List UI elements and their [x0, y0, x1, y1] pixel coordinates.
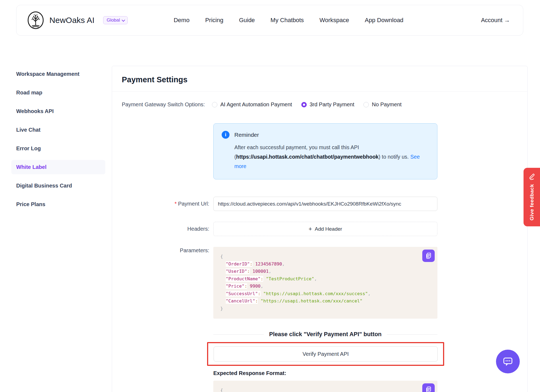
region-selector[interactable]: Global: [103, 16, 128, 24]
copy-button[interactable]: [422, 250, 435, 262]
sidebar-item[interactable]: Digital Business Card: [11, 179, 105, 193]
code-line: "SuccessUrl": "https://usapi.hottask.com…: [220, 290, 430, 298]
nav-item[interactable]: Pricing: [205, 17, 223, 24]
sidebar-item[interactable]: Price Plans: [11, 197, 105, 212]
nav-item[interactable]: My Chatbots: [271, 17, 304, 24]
give-feedback-tab[interactable]: Give feedback: [524, 168, 540, 226]
chat-widget-button[interactable]: [496, 350, 520, 373]
headers-label: Headers:: [112, 226, 213, 232]
page-title: Payment Settings: [122, 75, 518, 84]
chevron-down-icon: [122, 18, 125, 22]
sidebar-item[interactable]: Live Chat: [11, 123, 105, 137]
chat-bubble-icon: [502, 355, 514, 368]
add-header-label: Add Header: [315, 226, 342, 232]
radio-icon[interactable]: [363, 102, 369, 107]
payment-url-input[interactable]: [213, 197, 437, 211]
copy-icon: [425, 252, 432, 259]
copy-button[interactable]: [422, 383, 435, 392]
nav-item[interactable]: Workspace: [319, 17, 349, 24]
payment-url-row: *Payment Url:: [112, 197, 527, 211]
sidebar-item[interactable]: Webhooks API: [11, 104, 105, 118]
radio-icon[interactable]: [301, 102, 307, 107]
radio-label: 3rd Party Payment: [310, 101, 355, 108]
sidebar-item[interactable]: Error Log: [11, 141, 105, 156]
payment-url-label-text: Payment Url:: [178, 201, 209, 207]
plus-icon: +: [309, 226, 312, 232]
code-line: "ProductName": "TestProductPrice",: [220, 275, 430, 283]
code-line: "Price": 9900,: [220, 282, 430, 290]
reminder-title: Reminder: [234, 132, 259, 138]
card-header: Payment Settings: [112, 66, 527, 92]
gateway-switch-label: Payment Gateway Switch Options:: [122, 101, 205, 108]
brand[interactable]: NewOaks AI Global: [27, 11, 128, 29]
verify-payment-api-button[interactable]: Verify Payment API: [214, 346, 438, 362]
gateway-radio-option[interactable]: No Payment: [363, 101, 401, 108]
radio-icon[interactable]: [212, 102, 217, 107]
page: NewOaks AI Global DemoPricingGuideMy Cha…: [0, 0, 540, 392]
header-bar: NewOaks AI Global DemoPricingGuideMy Cha…: [16, 5, 523, 36]
response-code-block: { "Data": { "URL": "https://checkout.str…: [213, 381, 437, 392]
reminder-body: After each successful payment, you must …: [234, 143, 423, 171]
sidebar-item[interactable]: Road map: [11, 86, 105, 100]
reminder-text-post: ) to notify us.: [379, 154, 409, 160]
instruction-divider: Please click "Verify Payment API" button: [213, 331, 437, 338]
give-feedback-label: Give feedback: [529, 184, 535, 220]
gateway-switch-row: Payment Gateway Switch Options: AI Agent…: [122, 101, 527, 108]
red-annotation-box: Verify Payment API: [207, 342, 444, 366]
headers-row: Headers: + Add Header: [112, 222, 527, 236]
code-line: }: [220, 305, 430, 312]
add-header-button[interactable]: + Add Header: [213, 222, 437, 236]
reminder-alert: i Reminder After each successful payment…: [213, 123, 437, 179]
sidebar-item[interactable]: White Label: [11, 160, 105, 174]
reminder-api-url: https://usapi.hottask.com/chat/chatbot/p…: [236, 154, 379, 160]
expected-response-label: Expected Response Format:: [213, 370, 527, 376]
code-line: "OrderID": 1234567890,: [220, 260, 430, 268]
payment-url-label: *Payment Url:: [112, 201, 213, 207]
divider-line: [213, 334, 264, 335]
newoaks-logo-icon: [27, 11, 44, 29]
code-line: "CancelUrl": "https://usapi.hottask.com/…: [220, 297, 430, 305]
payment-settings-card: Payment Settings Payment Gateway Switch …: [112, 66, 528, 392]
account-link[interactable]: Account →: [481, 17, 510, 24]
gateway-radio-group: AI Agent Automation Payment 3rd Party Pa…: [212, 101, 401, 108]
region-label: Global: [107, 18, 120, 23]
nav-item[interactable]: Guide: [239, 17, 255, 24]
copy-icon: [425, 386, 432, 392]
top-nav: DemoPricingGuideMy ChatbotsWorkspaceApp …: [174, 17, 403, 24]
info-icon: i: [222, 131, 230, 139]
parameters-label: Parameters:: [112, 247, 213, 319]
required-asterisk: *: [175, 201, 177, 207]
divider-line: [387, 334, 437, 335]
parameters-row: Parameters: { "OrderID": 1234567890, "Us…: [112, 247, 527, 319]
nav-item[interactable]: App Download: [365, 17, 403, 24]
gateway-radio-option[interactable]: AI Agent Automation Payment: [212, 101, 292, 108]
sidebar: Workspace Management Road map Webhooks A…: [11, 67, 105, 212]
gateway-radio-option[interactable]: 3rd Party Payment: [301, 101, 355, 108]
radio-label: No Payment: [372, 101, 401, 108]
reminder-head: i Reminder: [222, 131, 429, 139]
nav-item[interactable]: Demo: [174, 17, 190, 24]
sidebar-item[interactable]: Workspace Management: [11, 67, 105, 81]
brand-name: NewOaks AI: [49, 16, 94, 25]
code-line: {: [220, 387, 430, 392]
radio-label: AI Agent Automation Payment: [220, 101, 292, 108]
code-line: "UserID": 100001,: [220, 268, 430, 275]
instruction-text: Please click "Verify Payment API" button: [269, 331, 382, 338]
parameters-code-block: { "OrderID": 1234567890, "UserID": 10000…: [213, 247, 437, 319]
pencil-icon: [528, 172, 536, 180]
code-line: {: [220, 253, 430, 260]
